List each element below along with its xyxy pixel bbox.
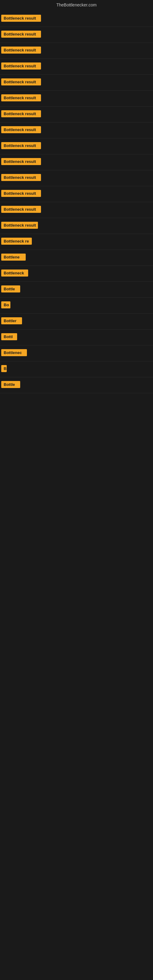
result-row-4: Bottleneck result [0,59,153,75]
bottleneck-badge-2[interactable]: Bottleneck result [1,30,41,38]
result-row-21: Bottl [0,329,153,345]
bottleneck-badge-5[interactable]: Bottleneck result [1,78,41,86]
site-title: TheBottlenecker.com [0,0,153,11]
result-row-2: Bottleneck result [0,27,153,43]
bottleneck-badge-21[interactable]: Bottl [1,333,17,340]
result-row-1: Bottleneck result [0,11,153,27]
result-row-10: Bottleneck result [0,154,153,170]
bottleneck-badge-14[interactable]: Bottleneck result [1,222,38,229]
bottleneck-badge-15[interactable]: Bottleneck re [1,238,32,245]
bottleneck-badge-18[interactable]: Bottle [1,285,20,293]
result-row-7: Bottleneck result [0,107,153,123]
bottleneck-badge-6[interactable]: Bottleneck result [1,94,41,101]
bottleneck-badge-12[interactable]: Bottleneck result [1,190,41,197]
result-row-20: Bottler [0,313,153,329]
result-row-22: Bottlenec [0,345,153,361]
result-row-16: Bottlene [0,250,153,266]
result-row-11: Bottleneck result [0,170,153,186]
bottleneck-badge-24[interactable]: Bottle [1,381,20,388]
result-row-18: Bottle [0,282,153,298]
result-row-15: Bottleneck re [0,234,153,250]
result-row-9: Bottleneck result [0,138,153,154]
result-row-23: B [0,361,153,377]
bottleneck-badge-3[interactable]: Bottleneck result [1,46,41,54]
bottleneck-badge-7[interactable]: Bottleneck result [1,110,41,117]
result-row-12: Bottleneck result [0,186,153,202]
result-row-6: Bottleneck result [0,91,153,107]
result-row-5: Bottleneck result [0,75,153,91]
result-row-8: Bottleneck result [0,123,153,138]
bottleneck-badge-4[interactable]: Bottleneck result [1,62,41,70]
bottleneck-badge-16[interactable]: Bottlene [1,254,26,261]
result-row-14: Bottleneck result [0,218,153,234]
bottleneck-badge-10[interactable]: Bottleneck result [1,158,41,165]
result-row-24: Bottle [0,377,153,393]
bottleneck-badge-1[interactable]: Bottleneck result [1,15,41,22]
bottleneck-badge-19[interactable]: Bo [1,301,10,309]
result-row-17: Bottleneck [0,266,153,282]
bottleneck-badge-20[interactable]: Bottler [1,317,22,324]
bottleneck-badge-22[interactable]: Bottlenec [1,349,27,356]
result-row-19: Bo [0,298,153,313]
bottleneck-badge-8[interactable]: Bottleneck result [1,126,41,133]
bottleneck-badge-11[interactable]: Bottleneck result [1,174,41,181]
bottleneck-badge-17[interactable]: Bottleneck [1,269,28,277]
result-row-13: Bottleneck result [0,202,153,218]
result-row-3: Bottleneck result [0,43,153,59]
bottleneck-badge-9[interactable]: Bottleneck result [1,142,41,149]
bottleneck-badge-23[interactable]: B [1,365,7,372]
bottleneck-badge-13[interactable]: Bottleneck result [1,206,41,213]
